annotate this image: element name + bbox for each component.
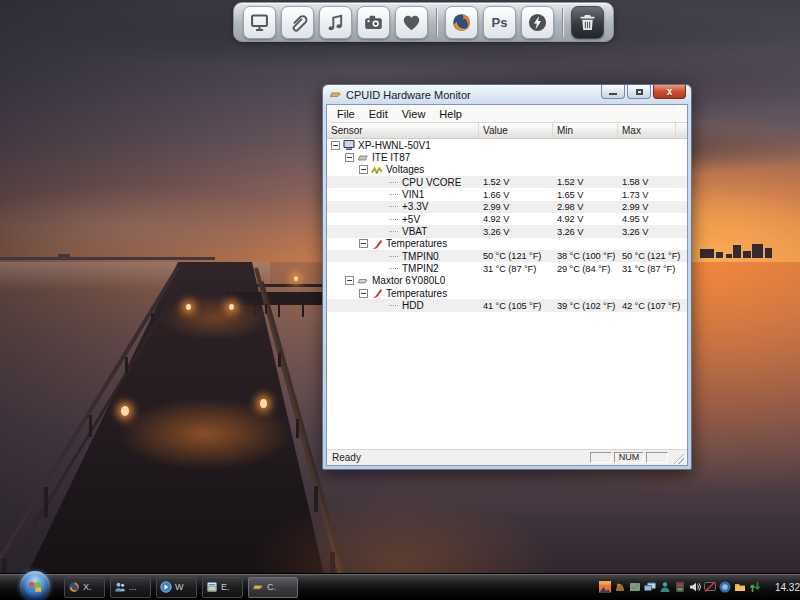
badge-icon[interactable]: [629, 581, 641, 593]
table-row[interactable]: HDD41 °C (105 °F)39 °C (102 °F)42 °C (10…: [327, 299, 687, 311]
taskbar-button-cpuid[interactable]: C.: [248, 577, 298, 598]
voltage-icon: [371, 164, 383, 176]
taskbar-clock[interactable]: 14.32: [775, 582, 800, 593]
sensor-cell: Temperatures: [327, 238, 479, 250]
table-row[interactable]: VIN11.66 V1.65 V1.73 V: [327, 188, 687, 200]
table-row[interactable]: +5V4.92 V4.92 V4.95 V: [327, 213, 687, 225]
maximize-icon: [636, 89, 643, 95]
table-row[interactable]: ITE IT87: [327, 151, 687, 163]
dock-button-firefox[interactable]: [445, 6, 478, 39]
menu-help[interactable]: Help: [432, 107, 469, 121]
animal-icon[interactable]: [614, 581, 626, 593]
sensor-cell: Voltages: [327, 164, 479, 176]
minimize-button[interactable]: [601, 85, 625, 99]
dock-button-computer[interactable]: [243, 6, 276, 39]
cpuid-hardware-monitor-window: CPUID Hardware Monitor x File Edit View …: [322, 84, 692, 470]
person-icon[interactable]: [659, 581, 671, 593]
pier-post: [125, 357, 128, 373]
dock-button-trash[interactable]: [571, 6, 604, 39]
taskbar-button-media-player[interactable]: W: [156, 577, 197, 598]
wallpaper-shoreline: [0, 257, 215, 260]
table-row[interactable]: TMPIN050 °C (121 °F)38 °C (100 °F)50 °C …: [327, 250, 687, 262]
memory-card-icon[interactable]: [674, 581, 686, 593]
sensor-cell: TMPIN2: [327, 263, 479, 274]
pier-post: [151, 313, 153, 325]
column-header-min[interactable]: Min: [553, 123, 618, 138]
close-icon: x: [667, 87, 673, 97]
menu-file[interactable]: File: [330, 107, 362, 121]
value-cell: 3.26 V: [479, 227, 553, 237]
num-lock-indicator: NUM: [614, 452, 644, 463]
max-cell: 31 °C (87 °F): [618, 264, 676, 274]
table-row[interactable]: Voltages: [327, 164, 687, 176]
sensor-cell: XP-HWNL-50V1: [327, 139, 479, 151]
column-header-sensor[interactable]: Sensor: [327, 123, 479, 138]
pier-post: [44, 487, 48, 517]
pier-post: [296, 419, 299, 438]
firefox-icon: [68, 581, 80, 593]
menu-view[interactable]: View: [395, 107, 433, 121]
city-building: [733, 245, 741, 258]
dock-button-heart[interactable]: [395, 6, 428, 39]
transfer-arrows-icon[interactable]: [749, 581, 761, 593]
dock: Ps: [233, 2, 614, 42]
close-button[interactable]: x: [653, 85, 686, 99]
dock-divider: [436, 8, 437, 37]
dual-monitor-icon[interactable]: [644, 581, 656, 593]
table-row[interactable]: CPU VCORE1.52 V1.52 V1.58 V: [327, 176, 687, 188]
speaker-icon[interactable]: [689, 581, 701, 593]
sensor-label: +3.3V: [402, 201, 428, 212]
table-row[interactable]: Temperatures: [327, 287, 687, 299]
start-button[interactable]: [20, 571, 50, 600]
task-button-label: X.: [83, 582, 92, 592]
table-row[interactable]: XP-HWNL-50V1: [327, 139, 687, 151]
column-header-max[interactable]: Max: [618, 123, 676, 138]
value-cell: 1.52 V: [479, 177, 553, 187]
folder-icon[interactable]: [734, 581, 746, 593]
dock-button-music-note[interactable]: [319, 6, 352, 39]
menu-edit[interactable]: Edit: [362, 107, 395, 121]
dock-button-camera[interactable]: [357, 6, 390, 39]
table-row[interactable]: Temperatures: [327, 238, 687, 250]
min-cell: 1.65 V: [553, 190, 618, 200]
taskbar-button-messenger[interactable]: ...: [110, 577, 151, 598]
system-tray: [599, 581, 769, 593]
table-row[interactable]: TMPIN231 °C (87 °F)29 °C (84 °F)31 °C (8…: [327, 262, 687, 274]
expand-toggle[interactable]: [359, 165, 368, 174]
column-header-value[interactable]: Value: [479, 123, 553, 138]
display-off-icon[interactable]: [704, 581, 716, 593]
sensor-label: ITE IT87: [372, 152, 410, 163]
title-bar[interactable]: CPUID Hardware Monitor x: [326, 85, 688, 104]
expand-toggle[interactable]: [359, 289, 368, 298]
maximize-button[interactable]: [627, 85, 651, 99]
sensor-label: +5V: [402, 214, 420, 225]
expand-toggle[interactable]: [331, 141, 340, 150]
city-building: [716, 252, 723, 258]
table-row[interactable]: VBAT3.26 V3.26 V3.26 V: [327, 225, 687, 237]
expand-toggle[interactable]: [359, 239, 368, 248]
sensor-label: TMPIN0: [402, 251, 439, 262]
tree-connector: [389, 231, 398, 232]
sensor-cell: Temperatures: [327, 287, 479, 299]
cpuid-icon: [252, 581, 264, 593]
expand-toggle[interactable]: [345, 153, 354, 162]
photo-icon[interactable]: [599, 581, 611, 593]
dock-button-lightning[interactable]: [521, 6, 554, 39]
resize-grip[interactable]: [672, 452, 684, 464]
min-cell: 4.92 V: [553, 214, 618, 224]
city-building: [700, 249, 714, 258]
table-row[interactable]: Maxtor 6Y080L0: [327, 275, 687, 287]
pier-lamp: [229, 304, 234, 310]
disc-icon[interactable]: [719, 581, 731, 593]
taskbar-button-firefox[interactable]: X.: [64, 577, 105, 598]
value-cell: 50 °C (121 °F): [479, 251, 553, 261]
taskbar-button-document[interactable]: E.: [202, 577, 243, 598]
trash-icon: [577, 12, 598, 33]
expand-toggle[interactable]: [345, 276, 354, 285]
min-cell: 1.52 V: [553, 177, 618, 187]
dock-button-photoshop[interactable]: Ps: [483, 6, 516, 39]
table-row[interactable]: +3.3V2.99 V2.98 V2.99 V: [327, 201, 687, 213]
value-cell: 1.66 V: [479, 190, 553, 200]
dock-button-paperclip[interactable]: [281, 6, 314, 39]
task-button-label: ...: [129, 582, 137, 592]
